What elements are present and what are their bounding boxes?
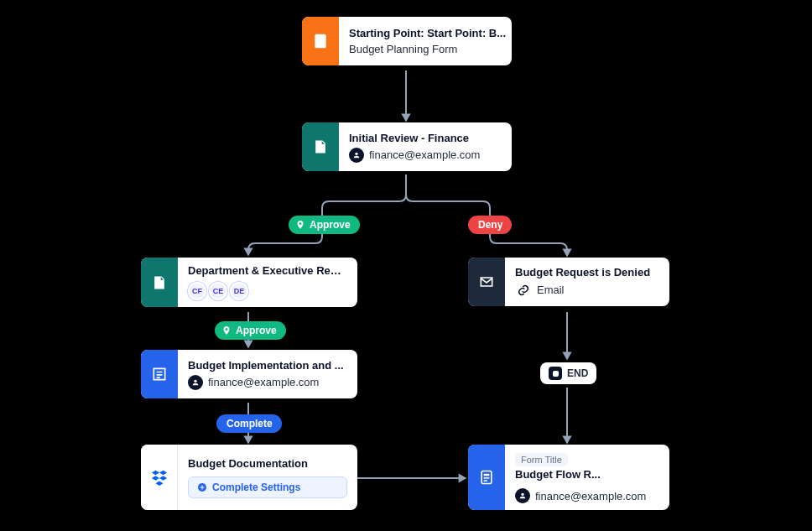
node-flow-result[interactable]: Form Title Budget Flow R... finance@exam… xyxy=(468,445,669,510)
svg-rect-5 xyxy=(484,477,490,479)
branch-label: Deny xyxy=(478,219,502,231)
workflow-canvas: Starting Point: Start Point: B... Budget… xyxy=(0,0,812,531)
node-dept-review[interactable]: Department & Executive Revi... CF CE DE xyxy=(141,258,357,307)
svg-point-0 xyxy=(355,152,357,154)
node-title: Budget Flow R... xyxy=(515,468,601,481)
branch-complete[interactable]: Complete xyxy=(216,414,282,433)
end-icon xyxy=(549,367,562,380)
task-icon xyxy=(141,350,178,398)
form-icon xyxy=(468,445,505,510)
user-icon xyxy=(188,375,203,390)
branch-label: Approve xyxy=(310,219,351,231)
node-end[interactable]: END xyxy=(540,362,596,384)
branch-label: Approve xyxy=(236,325,277,336)
branch-label: Complete xyxy=(226,418,273,429)
node-title: Budget Implementation and ... xyxy=(188,359,347,372)
node-header-row: Form Title Budget Flow R... xyxy=(515,451,659,482)
link-icon xyxy=(515,282,532,299)
starting-point-icon xyxy=(302,17,339,65)
node-title: Department & Executive Revi... xyxy=(188,264,347,277)
node-implementation[interactable]: Budget Implementation and ... finance@ex… xyxy=(141,350,357,398)
user-icon xyxy=(515,488,530,503)
node-title: Starting Point: Start Point: B... xyxy=(349,27,506,39)
node-initial-review[interactable]: Initial Review - Finance finance@example… xyxy=(302,122,512,171)
avatar: DE xyxy=(230,282,248,300)
complete-settings-button[interactable]: Complete Settings xyxy=(188,476,347,498)
node-starting-point[interactable]: Starting Point: Start Point: B... Budget… xyxy=(302,17,512,65)
svg-point-7 xyxy=(521,493,523,496)
node-subtitle: Budget Planning Form xyxy=(349,43,506,55)
branch-approve-1[interactable]: Approve xyxy=(289,216,360,234)
email-icon xyxy=(468,258,505,306)
assignee-email: finance@example.com xyxy=(535,490,646,502)
branch-deny[interactable]: Deny xyxy=(468,216,512,234)
end-label: END xyxy=(567,367,588,379)
node-denied[interactable]: Budget Request is Denied Email xyxy=(468,258,669,306)
svg-rect-6 xyxy=(484,480,487,482)
button-label: Complete Settings xyxy=(212,482,300,493)
review-icon xyxy=(302,122,339,171)
avatar-group: CF CE DE xyxy=(188,282,347,300)
branch-approve-2[interactable]: Approve xyxy=(215,321,286,340)
node-subtitle: Email xyxy=(537,284,565,296)
review-icon xyxy=(141,258,178,307)
node-documentation[interactable]: Budget Documentation Complete Settings xyxy=(141,445,357,510)
form-title-tag: Form Title xyxy=(515,453,568,466)
svg-rect-4 xyxy=(484,474,490,476)
avatar: CE xyxy=(209,282,227,300)
dropbox-icon xyxy=(141,445,178,510)
node-title: Initial Review - Finance xyxy=(349,132,502,144)
user-icon xyxy=(349,148,364,163)
node-title: Budget Request is Denied xyxy=(515,266,659,279)
assignee-email: finance@example.com xyxy=(208,376,319,388)
assignee-email: finance@example.com xyxy=(369,148,480,161)
svg-point-1 xyxy=(194,379,196,382)
connector-lines xyxy=(0,0,812,531)
avatar: CF xyxy=(188,282,206,300)
node-title: Budget Documentation xyxy=(188,457,347,470)
